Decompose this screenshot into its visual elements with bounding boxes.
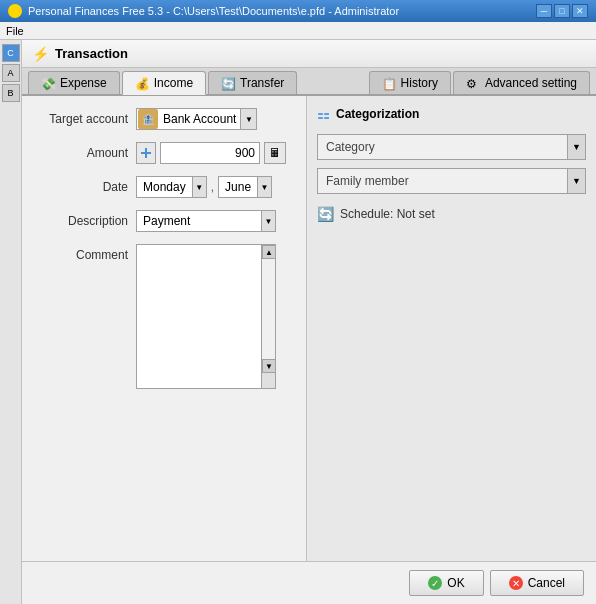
- close-button[interactable]: ✕: [572, 4, 588, 18]
- comment-row: Comment ▲ ▼: [38, 244, 290, 389]
- tab-history[interactable]: 📋 History: [369, 71, 451, 94]
- transfer-tab-icon: 🔄: [221, 77, 235, 89]
- schedule-label: Schedule: Not set: [340, 207, 435, 221]
- categorization-header: ⚏ Categorization: [317, 106, 586, 122]
- title-bar: Personal Finances Free 5.3 - C:\Users\Te…: [0, 0, 596, 22]
- date-month-value: June: [219, 180, 257, 194]
- form-panel: Target account 🏦 Bank Account ▼ Amount: [22, 96, 306, 561]
- target-account-arrow[interactable]: ▼: [240, 109, 256, 129]
- description-control: Payment ▼: [136, 210, 276, 232]
- description-dropdown[interactable]: Payment ▼: [136, 210, 276, 232]
- tab-advanced-setting[interactable]: ⚙ Advanced setting: [453, 71, 590, 94]
- income-tab-label: Income: [154, 76, 193, 90]
- date-day-value: Monday: [137, 180, 192, 194]
- amount-input[interactable]: 900: [160, 142, 260, 164]
- target-account-value: Bank Account: [159, 112, 240, 126]
- sidebar: C A B: [0, 40, 22, 604]
- date-month-arrow[interactable]: ▼: [257, 177, 271, 197]
- menu-bar: File: [0, 22, 596, 40]
- amount-row: Amount 900 🖩: [38, 142, 290, 164]
- date-control: Monday ▼ , June ▼: [136, 176, 272, 198]
- description-label: Description: [38, 214, 128, 228]
- comment-label: Comment: [38, 244, 128, 262]
- cancel-label: Cancel: [528, 576, 565, 590]
- date-month-dropdown[interactable]: June ▼: [218, 176, 272, 198]
- content-area: Target account 🏦 Bank Account ▼ Amount: [22, 96, 596, 561]
- tab-expense[interactable]: 💸 Expense: [28, 71, 120, 94]
- amount-control: 900 🖩: [136, 142, 286, 164]
- transfer-tab-label: Transfer: [240, 76, 284, 90]
- svg-rect-1: [141, 152, 151, 154]
- file-menu[interactable]: File: [6, 25, 24, 37]
- history-tab-icon: 📋: [382, 77, 396, 89]
- tab-right-group: 📋 History ⚙ Advanced setting: [369, 71, 590, 94]
- dialog-title-text: Transaction: [55, 46, 128, 61]
- amount-add-button[interactable]: [136, 142, 156, 164]
- sidebar-item-2[interactable]: A: [2, 64, 20, 82]
- date-label: Date: [38, 180, 128, 194]
- family-member-value: Family member: [318, 174, 567, 188]
- ok-button[interactable]: ✓ OK: [409, 570, 483, 596]
- maximize-button[interactable]: □: [554, 4, 570, 18]
- bottom-bar: ✓ OK ✕ Cancel: [22, 561, 596, 604]
- description-value: Payment: [137, 214, 261, 228]
- tab-transfer[interactable]: 🔄 Transfer: [208, 71, 297, 94]
- bank-account-icon: 🏦: [138, 109, 158, 129]
- category-arrow[interactable]: ▼: [567, 135, 585, 159]
- categorization-title: Categorization: [336, 107, 419, 121]
- schedule-icon: 🔄: [317, 206, 334, 222]
- window-layout: C A B ⚡ Transaction 💸 Expense 💰 Income: [0, 40, 596, 604]
- dialog-area: ⚡ Transaction 💸 Expense 💰 Income 🔄 Trans…: [22, 40, 596, 604]
- expense-tab-icon: 💸: [41, 77, 55, 89]
- family-member-arrow[interactable]: ▼: [567, 169, 585, 193]
- scrollbar-up-button[interactable]: ▲: [262, 245, 276, 259]
- cancel-button[interactable]: ✕ Cancel: [490, 570, 584, 596]
- sidebar-item-1[interactable]: C: [2, 44, 20, 62]
- comment-textarea[interactable]: ▲ ▼: [136, 244, 276, 389]
- main-window: C A B ⚡ Transaction 💸 Expense 💰 Income: [0, 40, 596, 604]
- description-arrow[interactable]: ▼: [261, 211, 275, 231]
- amount-label: Amount: [38, 146, 128, 160]
- sidebar-item-3[interactable]: B: [2, 84, 20, 102]
- window-controls[interactable]: ─ □ ✕: [536, 4, 588, 18]
- amount-value: 900: [235, 146, 255, 160]
- target-account-label: Target account: [38, 112, 128, 126]
- ok-icon: ✓: [428, 576, 442, 590]
- target-account-control: 🏦 Bank Account ▼: [136, 108, 257, 130]
- category-value: Category: [318, 140, 567, 154]
- family-member-dropdown[interactable]: Family member ▼: [317, 168, 586, 194]
- income-tab-icon: 💰: [135, 77, 149, 89]
- expense-tab-label: Expense: [60, 76, 107, 90]
- advanced-tab-icon: ⚙: [466, 77, 480, 89]
- date-day-arrow[interactable]: ▼: [192, 177, 206, 197]
- minimize-button[interactable]: ─: [536, 4, 552, 18]
- calculator-button[interactable]: 🖩: [264, 142, 286, 164]
- dialog-title: ⚡ Transaction: [22, 40, 596, 68]
- tab-income[interactable]: 💰 Income: [122, 71, 206, 95]
- schedule-row: 🔄 Schedule: Not set: [317, 206, 586, 222]
- date-day-dropdown[interactable]: Monday ▼: [136, 176, 207, 198]
- target-account-dropdown[interactable]: 🏦 Bank Account ▼: [136, 108, 257, 130]
- date-separator: ,: [211, 180, 214, 194]
- categorization-icon: ⚏: [317, 106, 330, 122]
- ok-label: OK: [447, 576, 464, 590]
- target-account-row: Target account 🏦 Bank Account ▼: [38, 108, 290, 130]
- scrollbar-down-button[interactable]: ▼: [262, 359, 276, 373]
- description-row: Description Payment ▼: [38, 210, 290, 232]
- right-panel: ⚏ Categorization Category ▼ Family membe…: [306, 96, 596, 561]
- history-tab-label: History: [401, 76, 438, 90]
- cancel-icon: ✕: [509, 576, 523, 590]
- tab-bar: 💸 Expense 💰 Income 🔄 Transfer 📋 History: [22, 68, 596, 96]
- app-icon: [8, 4, 22, 18]
- date-row: Date Monday ▼ , June ▼: [38, 176, 290, 198]
- comment-scrollbar[interactable]: ▲ ▼: [261, 245, 275, 388]
- app-title: Personal Finances Free 5.3 - C:\Users\Te…: [28, 5, 530, 17]
- advanced-tab-label: Advanced setting: [485, 76, 577, 90]
- transaction-icon: ⚡: [32, 46, 49, 62]
- category-dropdown[interactable]: Category ▼: [317, 134, 586, 160]
